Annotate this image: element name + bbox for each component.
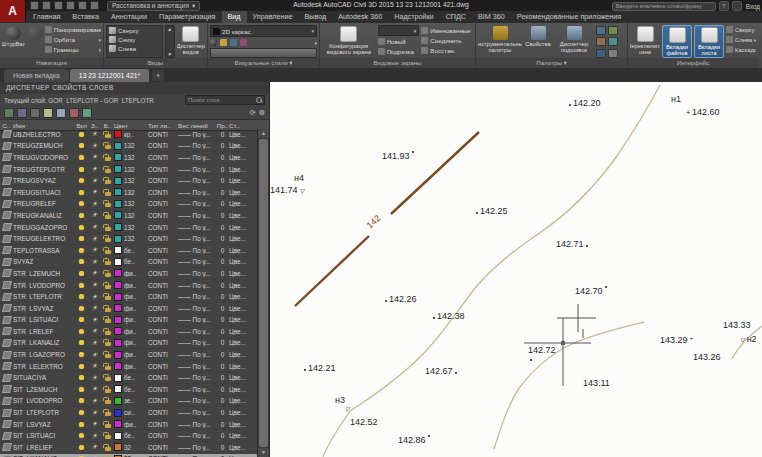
layer-lock-toggle[interactable] [101,316,114,323]
layer-lock-toggle[interactable] [101,386,114,393]
env-color-icon[interactable] [240,39,247,46]
layer-transparency[interactable]: 0 [216,351,229,358]
layer-row[interactable]: STR_LSVYAZ☀фи..CONTI—— По у...0Цве... [0,303,258,315]
layer-row[interactable]: SITUACIYA☀бе..CONTI—— По у...0Цве... [0,372,258,384]
layer-on-toggle[interactable] [75,190,88,195]
column-header-7[interactable]: Вес линий [178,122,216,129]
ribbon-options-icon[interactable] [596,26,606,35]
plot-icon[interactable] [66,1,75,10]
layer-on-toggle[interactable] [75,167,88,172]
steering-wheel-button[interactable]: ШтурВал [2,25,25,58]
ribbon-tab-2[interactable]: Аннотации [105,11,153,23]
column-header-5[interactable]: Цвет [114,122,148,129]
layer-row[interactable]: SIT_LVODOPRO☀зе..CONTI—— По у...0Цве... [0,396,258,408]
view-item-0[interactable]: Сверху [107,26,162,35]
layer-row[interactable]: STR_LRELEF☀фи..CONTI—— По у...0Цве... [0,326,258,338]
layer-linetype[interactable]: CONTI [148,421,178,428]
ribbon-tab-1[interactable]: Вставка [66,11,105,23]
layer-lock-toggle[interactable] [101,305,114,312]
layer-row[interactable]: TREUGRELEF☀132CONTI—— По у...0Цве... [0,199,258,211]
layer-linetype[interactable]: CONTI [148,316,178,323]
layer-row[interactable]: STR_LVODOPRO☀фи..CONTI—— По у...0Цве... [0,280,258,292]
layer-freeze-toggle[interactable]: ☀ [88,444,101,450]
scroll-up-icon[interactable]: ▲ [258,129,269,138]
grip-point[interactable] [561,341,565,345]
column-header-8[interactable]: Пр.. [216,122,229,129]
layer-linetype[interactable]: CONTI [148,154,178,161]
layer-lineweight[interactable]: —— По у... [178,432,216,439]
layer-transparency[interactable]: 0 [216,235,229,242]
lights-palette-icon[interactable] [608,37,618,46]
layer-linetype[interactable]: CONTI [148,444,178,451]
layer-color-cell[interactable]: си.. [114,409,148,417]
layer-color-cell[interactable]: 132 [114,153,148,161]
layer-lineweight[interactable]: —— По у... [178,270,216,277]
layer-lineweight[interactable]: —— По у... [178,421,216,428]
nav-item-1[interactable]: Орбита▾ [45,35,101,44]
layer-lock-toggle[interactable] [101,351,114,358]
layer-transparency[interactable]: 0 [216,432,229,439]
layer-plot-style[interactable]: Цве... [229,351,251,358]
refresh-icon[interactable]: ⟳ [250,109,256,117]
layer-freeze-toggle[interactable]: ☀ [88,201,101,207]
layer-plot-style[interactable]: Цве... [229,293,251,300]
set-current-icon[interactable] [82,108,92,118]
layer-lineweight[interactable]: —— По у... [178,235,216,242]
layer-on-toggle[interactable] [75,352,88,357]
layer-lineweight[interactable]: —— По у... [178,374,216,381]
layer-on-toggle[interactable] [75,143,88,148]
layer-color-cell[interactable]: 32 [114,443,148,451]
layer-transparency[interactable]: 0 [216,200,229,207]
layer-freeze-toggle[interactable]: ☀ [88,386,101,392]
layer-transparency[interactable]: 0 [216,247,229,254]
tile-horizontally-button[interactable]: Сверху вниз [726,25,756,34]
nav-item-2[interactable]: Границы▾ [45,45,101,54]
layer-row[interactable]: STR_LGAZOPRO☀фи..CONTI—— По у...0Цве... [0,349,258,361]
layer-lock-toggle[interactable] [101,200,114,207]
layer-freeze-toggle[interactable]: ☀ [88,154,101,160]
face-color-icon[interactable] [230,39,237,46]
layer-lock-toggle[interactable] [101,421,114,428]
layer-transparency[interactable]: 0 [216,189,229,196]
layer-linetype[interactable]: CONTI [148,166,178,173]
layer-freeze-toggle[interactable]: ☀ [88,398,101,404]
layer-lock-toggle[interactable] [101,212,114,219]
layer-lock-toggle[interactable] [101,154,114,161]
scroll-down-icon[interactable]: ▼ [258,448,269,457]
layer-row[interactable]: TEPLOTRASSA☀бе..CONTI—— По у...0Цве... [0,245,258,257]
layer-linetype[interactable]: CONTI [148,224,178,231]
settings-gear-icon[interactable]: ⚙ [259,109,265,117]
layer-freeze-toggle[interactable]: ☀ [88,421,101,427]
layer-color-cell[interactable]: бе.. [114,258,148,266]
layer-row[interactable]: SIT_LRELIEF☀32CONTI—— По у...0Цве... [0,442,258,454]
layer-freeze-toggle[interactable]: ☀ [88,236,101,242]
layer-color-cell[interactable]: фи.. [114,316,148,324]
layer-plot-style[interactable]: Цве... [229,270,251,277]
switch-windows-button[interactable]: Переключить окна [630,25,660,58]
layer-on-toggle[interactable] [75,132,88,137]
layer-color-cell[interactable]: бе.. [114,246,148,254]
layer-lock-toggle[interactable] [101,409,114,416]
layer-lock-toggle[interactable] [101,270,114,277]
layer-row[interactable]: TREUGSVYAZ☀132CONTI—— По у...0Цве... [0,175,258,187]
layer-row[interactable]: TREUGSITUACI☀132CONTI—— По у...0Цве... [0,187,258,199]
layer-on-toggle[interactable] [75,375,88,380]
layer-lock-toggle[interactable] [101,363,114,370]
column-header-3[interactable]: З.. [88,122,101,129]
layer-on-toggle[interactable] [75,271,88,276]
layer-linetype[interactable]: CONTI [148,409,178,416]
ribbon-tab-7[interactable]: Autodesk 360 [332,11,388,23]
ribbon-tab-8[interactable]: Надстройки [388,11,439,23]
layer-transparency[interactable]: 0 [216,224,229,231]
layer-on-toggle[interactable] [75,225,88,230]
workspace-selector[interactable]: Расстановка и аннотация ▾ [107,1,200,11]
autocad-logo[interactable]: A [0,0,26,22]
layer-transparency[interactable]: 0 [216,421,229,428]
layer-lineweight[interactable]: —— По у... [178,142,216,149]
layer-linetype[interactable]: CONTI [148,212,178,219]
layer-transparency[interactable]: 0 [216,166,229,173]
ribbon-tab-0[interactable]: Главная [27,11,66,23]
layer-linetype[interactable]: CONTI [148,386,178,393]
layer-linetype[interactable]: CONTI [148,235,178,242]
layer-linetype[interactable]: CONTI [148,282,178,289]
